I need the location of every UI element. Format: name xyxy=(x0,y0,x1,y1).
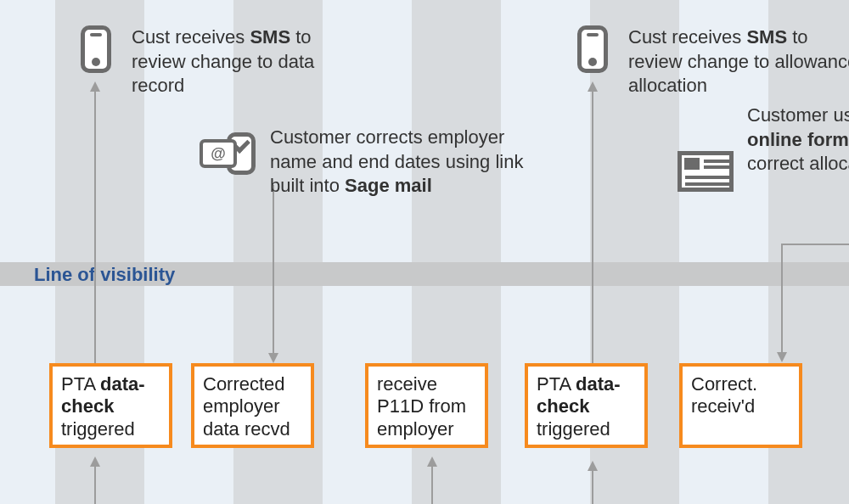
connector-line xyxy=(592,83,593,363)
connector-line xyxy=(592,462,593,504)
web-form-icon xyxy=(678,151,734,192)
connector-line xyxy=(781,244,783,361)
process-box-corrected-data: Corrected employer data recvd xyxy=(191,363,314,448)
connector-line xyxy=(273,185,274,361)
process-box-data-check-1: PTA data-check triggered xyxy=(49,363,172,448)
phone-sms-icon xyxy=(577,25,608,73)
connector-line xyxy=(431,458,433,504)
process-box-data-check-2: PTA data-check triggered xyxy=(525,363,648,448)
line-of-visibility-label: Line of visibility xyxy=(34,264,175,286)
step-text-sms-allowance: Cust receives SMS to review change to al… xyxy=(628,25,849,98)
step-text-sms-review: Cust receives SMS to review change to da… xyxy=(132,25,327,98)
connector-line xyxy=(781,244,849,245)
phone-sms-icon xyxy=(81,25,111,73)
process-box-correction-received: Correct. receiv'd xyxy=(679,363,802,448)
step-text-pta-online: Customer uses PTA online form to correct… xyxy=(747,104,849,176)
process-box-receive-p11d: receive P11D from employer xyxy=(365,363,488,448)
connector-line xyxy=(94,83,96,363)
step-text-customer-corrects: Customer corrects employer name and end … xyxy=(270,126,542,199)
email-mobile-icon: @ xyxy=(200,131,256,176)
connector-line xyxy=(94,458,96,504)
